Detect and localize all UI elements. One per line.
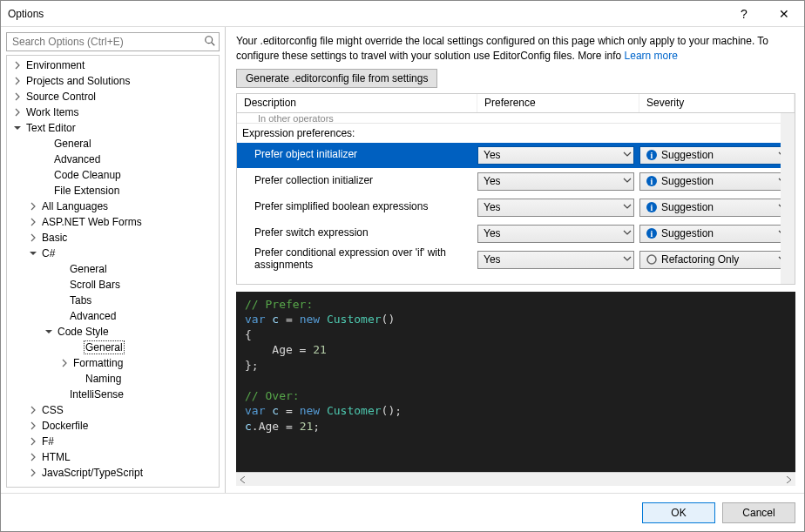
severity-dropdown[interactable]: iSuggestion (639, 225, 789, 243)
scroll-left-icon[interactable] (236, 473, 250, 487)
header-severity[interactable]: Severity (639, 94, 795, 112)
tree-item[interactable]: Advanced (7, 152, 219, 167)
tree-item-label: Naming (84, 373, 123, 385)
svg-text:i: i (651, 203, 653, 212)
tree-item-label: HTML (40, 451, 72, 463)
code-line: c.Age = 21; (245, 419, 787, 434)
options-tree[interactable]: EnvironmentProjects and SolutionsSource … (6, 55, 220, 488)
twisty-closed-icon[interactable] (59, 358, 70, 368)
twisty-closed-icon[interactable] (28, 421, 38, 431)
grid-vertical-scrollbar[interactable] (781, 113, 795, 284)
horizontal-scrollbar[interactable] (236, 472, 795, 486)
tree-item[interactable]: HTML (7, 449, 219, 465)
severity-value: Suggestion (661, 201, 714, 213)
tree-item[interactable]: Code Cleanup (7, 167, 219, 183)
grid-row[interactable]: Prefer collection initializerYesiSuggest… (237, 169, 795, 195)
tree-item[interactable]: Work Items (7, 104, 219, 120)
tree-item-label: General (84, 340, 125, 354)
twisty-closed-icon[interactable] (12, 60, 23, 71)
twisty-closed-icon[interactable] (28, 201, 38, 212)
tree-item-label: Code Cleanup (52, 169, 123, 181)
close-button[interactable]: ✕ (764, 1, 804, 27)
tree-item[interactable]: Source Control (7, 89, 219, 104)
tree-item[interactable]: General (7, 136, 219, 152)
learn-more-link[interactable]: Learn more (625, 50, 678, 62)
scroll-right-icon[interactable] (781, 473, 795, 487)
chevron-down-icon (623, 201, 632, 213)
code-line: { (245, 327, 787, 343)
settings-grid: Description Preference Severity In other… (236, 93, 795, 285)
tree-item[interactable]: General (7, 340, 219, 355)
tree-item[interactable]: IntelliSense (7, 387, 219, 402)
preference-dropdown[interactable]: Yes (477, 146, 634, 165)
twisty-open-icon[interactable] (28, 248, 38, 259)
twisty-closed-icon[interactable] (28, 452, 38, 462)
severity-dropdown[interactable]: iSuggestion (639, 172, 789, 191)
window-title: Options (8, 8, 724, 20)
search-input[interactable] (6, 32, 220, 51)
tree-item[interactable]: File Extension (7, 183, 219, 199)
tree-item[interactable]: Scroll Bars (7, 277, 219, 293)
twisty-closed-icon[interactable] (12, 76, 23, 86)
tree-item[interactable]: Environment (7, 57, 219, 73)
tree-item[interactable]: All Languages (7, 199, 219, 214)
tree-item[interactable]: ASP.NET Web Forms (7, 214, 219, 230)
grid-row[interactable]: Prefer simplified boolean expressionsYes… (237, 195, 795, 221)
tree-item-label: Source Control (24, 91, 98, 103)
tree-item[interactable]: General (7, 261, 219, 277)
tree-item[interactable]: F# (7, 434, 219, 449)
tree-item[interactable]: Code Style (7, 324, 219, 340)
twisty-closed-icon[interactable] (28, 405, 38, 415)
preference-value: Yes (484, 201, 501, 213)
preference-value: Yes (484, 253, 501, 266)
twisty-closed-icon[interactable] (28, 436, 38, 447)
twisty-closed-icon[interactable] (28, 232, 38, 243)
row-description: Prefer object initializer (237, 149, 477, 161)
grid-row[interactable]: Prefer object initializerYesiSuggestion (237, 143, 795, 169)
preference-dropdown[interactable]: Yes (477, 251, 634, 269)
grid-row[interactable]: Prefer switch expressionYesiSuggestion (237, 221, 795, 247)
twisty-open-icon[interactable] (44, 327, 54, 337)
svg-point-10 (647, 255, 656, 264)
preference-dropdown[interactable]: Yes (477, 225, 634, 243)
svg-text:i: i (651, 151, 653, 160)
header-description[interactable]: Description (237, 94, 477, 112)
tree-item-label: F# (40, 435, 56, 448)
ok-button[interactable]: OK (642, 502, 715, 523)
help-button[interactable]: ? (724, 1, 764, 27)
tree-item[interactable]: CSS (7, 402, 219, 418)
tree-item[interactable]: Text Editor (7, 120, 219, 136)
twisty-open-icon[interactable] (12, 123, 23, 133)
options-dialog: Options ? ✕ EnvironmentProjects and Solu… (0, 0, 805, 532)
main-panel: Your .editorconfig file might override t… (226, 27, 804, 493)
tree-item[interactable]: Tabs (7, 293, 219, 308)
preference-dropdown[interactable]: Yes (477, 172, 634, 191)
tree-item[interactable]: Advanced (7, 308, 219, 324)
tree-item[interactable]: Dockerfile (7, 418, 219, 434)
severity-dropdown[interactable]: iSuggestion (639, 199, 789, 217)
generate-editorconfig-button[interactable]: Generate .editorconfig file from setting… (236, 69, 437, 88)
tree-item[interactable]: C# (7, 246, 219, 261)
tree-item[interactable]: Formatting (7, 355, 219, 371)
severity-value: Suggestion (661, 227, 714, 239)
header-preference[interactable]: Preference (477, 94, 639, 112)
twisty-closed-icon[interactable] (28, 217, 38, 227)
twisty-closed-icon[interactable] (28, 468, 38, 478)
chevron-down-icon (623, 253, 632, 266)
tree-item-label: General (68, 263, 109, 275)
row-description: Prefer switch expression (237, 227, 477, 239)
severity-dropdown[interactable]: Refactoring Only (639, 251, 789, 269)
preference-dropdown[interactable]: Yes (477, 199, 634, 217)
row-description: Prefer conditional expression over 'if' … (237, 247, 477, 272)
tree-item[interactable]: Basic (7, 230, 219, 246)
cancel-button[interactable]: Cancel (722, 502, 795, 523)
chevron-down-icon (623, 149, 632, 161)
grid-row[interactable]: Prefer conditional expression over 'if' … (237, 247, 795, 273)
twisty-closed-icon[interactable] (12, 91, 23, 102)
tree-item[interactable]: Naming (7, 371, 219, 387)
tree-item-label: General (52, 138, 93, 150)
twisty-closed-icon[interactable] (12, 107, 23, 118)
tree-item[interactable]: Projects and Solutions (7, 73, 219, 89)
severity-dropdown[interactable]: iSuggestion (639, 146, 789, 165)
tree-item[interactable]: JavaScript/TypeScript (7, 465, 219, 481)
